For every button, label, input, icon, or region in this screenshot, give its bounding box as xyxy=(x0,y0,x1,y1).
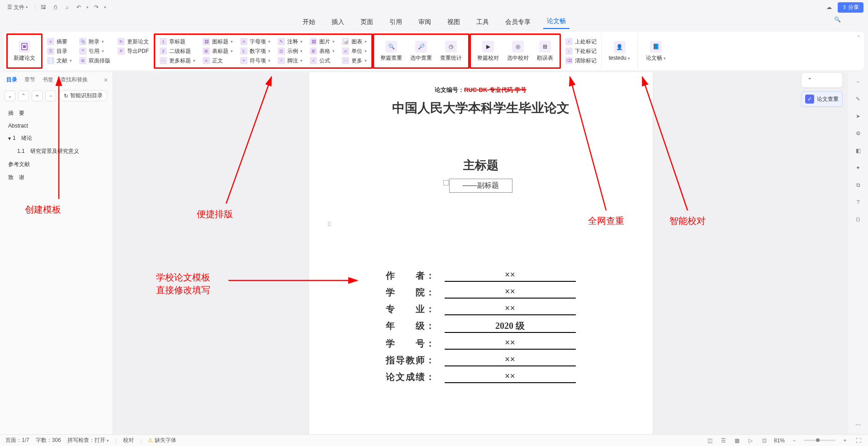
info-value[interactable]: ×× xyxy=(445,354,576,366)
close-icon[interactable]: ✕ xyxy=(104,77,108,83)
check-stats-button[interactable]: ◷查重统计 xyxy=(437,39,465,64)
selection-check-button[interactable]: 🔎选中查重 xyxy=(408,39,435,64)
drag-handle-icon[interactable]: ⠿ xyxy=(327,221,332,228)
toc-button[interactable]: ☰目录 xyxy=(46,47,73,56)
more-icon[interactable]: ⋯ xyxy=(853,420,863,430)
export-pdf-button[interactable]: P导出PDF xyxy=(117,47,150,56)
book-icon[interactable]: ⧉ xyxy=(853,180,863,190)
info-row[interactable]: 指导教师：×× xyxy=(386,354,576,366)
main-title[interactable]: 主标题 xyxy=(336,157,626,173)
toc-item[interactable]: ▾1 绪论 xyxy=(6,132,106,145)
missing-font-warning[interactable]: ⚠ 缺失字体 xyxy=(148,437,176,444)
add-button[interactable]: + xyxy=(32,90,43,101)
tab-review[interactable]: 审阅 xyxy=(415,15,435,29)
more-insert-button[interactable]: ⋯更多▾ xyxy=(341,57,368,65)
sub-title-input[interactable]: ——副标题 xyxy=(449,179,512,193)
chevron-down-icon[interactable]: ▾ xyxy=(104,5,106,9)
redo-icon[interactable]: ↷ xyxy=(92,3,100,11)
proof-status[interactable]: 校对 xyxy=(123,437,134,444)
next-mark-button[interactable]: ↓下处标记 xyxy=(564,47,598,56)
symbol-item-button[interactable]: •符号项▾ xyxy=(239,57,271,65)
collapse-ribbon-icon[interactable]: ⌃ xyxy=(856,34,861,41)
tab-page[interactable]: 页面 xyxy=(357,15,377,29)
info-row[interactable]: 学 号：×× xyxy=(386,337,576,350)
zoom-mode-icon[interactable]: ⊡ xyxy=(760,437,768,445)
share-button[interactable]: ⇪ 分享 xyxy=(838,2,863,13)
info-row[interactable]: 论文成绩：×× xyxy=(386,371,576,383)
abstract-button[interactable]: ≡摘要 xyxy=(46,38,73,46)
references-button[interactable]: 📄文献▾ xyxy=(46,57,73,65)
tab-vip[interactable]: 会员专享 xyxy=(502,15,534,29)
table-title-button[interactable]: ⊞表标题▾ xyxy=(202,47,234,56)
errata-button[interactable]: ⊞勘误表 xyxy=(534,39,556,64)
info-value[interactable]: ×× xyxy=(445,303,576,315)
info-value[interactable]: ×× xyxy=(445,286,576,299)
tab-start[interactable]: 开始 xyxy=(299,15,319,29)
palette-icon[interactable]: ✦ xyxy=(853,163,863,173)
table-button[interactable]: ⊞表格▾ xyxy=(309,47,336,56)
document-canvas[interactable]: 论文编号：RUC-BK-专业代码-学号 中国人民大学本科学生毕业论文 主标题 —… xyxy=(113,72,848,434)
info-value[interactable]: ×× xyxy=(445,270,576,282)
smart-toc-button[interactable]: ↻智能识别目录 xyxy=(59,90,108,101)
chevron-down-icon[interactable]: ▾ xyxy=(86,5,89,9)
zoom-in-icon[interactable]: + xyxy=(841,437,849,445)
save-icon[interactable]: 🖫 xyxy=(39,3,47,11)
full-check-button[interactable]: 🔍整篇查重 xyxy=(378,39,405,64)
minus-icon[interactable]: − xyxy=(853,77,863,87)
chart-button[interactable]: 📊图表▾ xyxy=(341,38,368,46)
web-icon[interactable]: ▦ xyxy=(733,437,741,445)
tab-tools[interactable]: 工具 xyxy=(473,15,493,29)
sidebar-tab-toc[interactable]: 目录 xyxy=(5,75,19,85)
update-thesis-button[interactable]: ↻更新论文 xyxy=(117,38,150,46)
full-proof-button[interactable]: ▶整篇校对 xyxy=(474,39,502,64)
code-icon[interactable]: ⟨⟩ xyxy=(853,214,863,224)
float-check-button[interactable]: ✓论文查重 xyxy=(801,91,843,107)
tab-cite[interactable]: 引用 xyxy=(386,15,406,29)
fig-title-button[interactable]: 🖼图标题▾ xyxy=(202,38,234,46)
num-item-button[interactable]: 1.数字项▾ xyxy=(239,47,271,56)
print-icon[interactable]: ⎙ xyxy=(51,3,59,11)
duplex-button[interactable]: ⧉双面排版 xyxy=(78,57,111,65)
collapse-button[interactable]: ⌄ xyxy=(5,90,15,101)
clear-marks-button[interactable]: ⌫清除标记 xyxy=(564,57,598,65)
appendix-button[interactable]: 📎附录▾ xyxy=(78,38,111,46)
sidebar-tab-chapters[interactable]: 章节 xyxy=(23,75,37,85)
sidebar-tab-find[interactable]: 查找和替换 xyxy=(59,75,90,85)
undo-icon[interactable]: ↶ xyxy=(75,3,83,11)
cursor-icon[interactable]: ➤ xyxy=(853,111,863,121)
tab-insert[interactable]: 插入 xyxy=(328,15,348,29)
zoom-out-icon[interactable]: − xyxy=(790,437,798,445)
fullscreen-icon[interactable]: ⛶ xyxy=(854,437,863,445)
outline-icon[interactable]: ▷ xyxy=(747,437,755,445)
selection-proof-button[interactable]: ◎选中校对 xyxy=(504,39,531,64)
more-titles-button[interactable]: ⋯更多标题▾ xyxy=(159,57,196,65)
remove-button[interactable]: − xyxy=(45,90,56,101)
info-value[interactable]: ×× xyxy=(445,337,576,350)
image-button[interactable]: 🖼图片▾ xyxy=(309,38,336,46)
info-row[interactable]: 年 级：2020 级 xyxy=(386,320,576,333)
preview-icon[interactable]: ⌕ xyxy=(63,3,71,11)
reading-icon[interactable]: ☰ xyxy=(720,437,728,445)
tab-thesis[interactable]: 论文畅 xyxy=(543,14,569,29)
file-menu[interactable]: ☰ 文件 ▾ xyxy=(5,2,31,13)
info-value[interactable]: 2020 级 xyxy=(445,320,576,333)
info-row[interactable]: 专 业：×× xyxy=(386,303,576,315)
zoom-level[interactable]: 81% xyxy=(774,437,785,444)
h2-title-button[interactable]: 2二级标题 xyxy=(159,47,196,56)
chapter-title-button[interactable]: 1章标题 xyxy=(159,38,196,46)
toc-item[interactable]: Abstract xyxy=(6,120,106,132)
toc-item[interactable]: 致 谢 xyxy=(6,171,106,184)
page-indicator[interactable]: 页面：1/7 xyxy=(5,437,29,444)
layout-icon[interactable]: ◫ xyxy=(706,437,714,445)
search-icon[interactable]: 🔍 xyxy=(834,16,841,23)
pen-icon[interactable]: ✎ xyxy=(853,94,863,104)
word-count[interactable]: 字数：306 xyxy=(36,437,61,444)
footnote-button[interactable]: ¹脚注▾ xyxy=(277,57,304,65)
zoom-slider[interactable] xyxy=(804,440,835,441)
cite-button[interactable]: ❝引用▾ xyxy=(78,47,111,56)
up-button[interactable]: ⌃ xyxy=(18,90,29,101)
unit-button[interactable]: ㎡单位▾ xyxy=(341,47,368,56)
settings-icon[interactable]: ◧ xyxy=(853,146,863,156)
info-value[interactable]: ×× xyxy=(445,371,576,383)
prev-mark-button[interactable]: ↑上处标记 xyxy=(564,38,598,46)
